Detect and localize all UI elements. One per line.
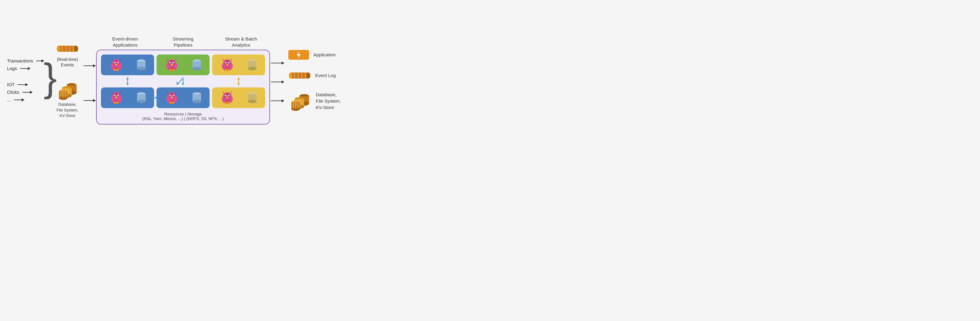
svg-point-34	[137, 67, 146, 70]
svg-marker-62	[126, 77, 129, 79]
arrow-to-app	[271, 63, 284, 63]
event-log-icon-left	[56, 42, 80, 55]
main-to-output-arrows	[270, 60, 285, 101]
cylinder-top-center	[191, 59, 202, 71]
arrow-right-logs	[20, 68, 30, 69]
svg-point-108	[225, 101, 227, 104]
svg-point-95	[169, 101, 172, 104]
flink-squirrel-3	[220, 57, 235, 73]
svg-point-112	[248, 100, 256, 103]
svg-point-60	[248, 67, 256, 70]
database-icon-right	[288, 91, 312, 111]
svg-point-99	[192, 100, 201, 103]
output-db-item: Database,File System,KV-Store	[288, 91, 341, 111]
cell-bottom-left-blue	[101, 87, 154, 108]
svg-point-77	[118, 96, 118, 96]
events-icon-group: (Real-time)Events	[56, 42, 80, 68]
svg-point-28	[118, 63, 118, 64]
svg-point-53	[226, 63, 226, 64]
inputs-section: Transactions Logs IOT Clicks ...	[7, 58, 44, 102]
svg-point-2	[75, 46, 78, 52]
svg-point-44	[172, 68, 174, 71]
source-icons-section: (Real-time)Events	[52, 42, 83, 119]
svg-point-54	[229, 63, 229, 64]
arrow-right-iot	[18, 84, 27, 85]
input-transactions: Transactions	[7, 58, 44, 63]
resources-label: Resources | Storage (K8s, Yarn, Mesos, .…	[101, 112, 265, 121]
app-icon	[288, 49, 310, 60]
diag-arrows-blue	[156, 77, 210, 85]
flink-squirrel-6	[220, 90, 235, 106]
svg-marker-67	[182, 83, 184, 85]
cell-top-center-green	[156, 55, 210, 75]
svg-point-30	[114, 68, 116, 71]
col-header-event-driven: Event-drivenApplications	[96, 36, 154, 48]
svg-point-43	[169, 68, 172, 71]
svg-marker-86	[156, 96, 158, 99]
svg-point-47	[192, 67, 201, 70]
horiz-dbl-arrow-left	[152, 95, 158, 100]
col-header-analytics: Stream & BatchAnalytics	[212, 36, 270, 48]
main-box-wrapper: Event-drivenApplications StreamingPipeli…	[96, 36, 270, 125]
svg-point-78	[115, 96, 118, 98]
events-label: (Real-time)Events	[57, 57, 78, 68]
svg-point-55	[226, 64, 229, 65]
arrow-to-eventlog	[271, 82, 284, 82]
column-headers: Event-drivenApplications StreamingPipeli…	[96, 36, 270, 48]
cylinder-bottom-right	[247, 92, 258, 104]
flink-squirrel-2	[164, 57, 180, 73]
svg-point-93	[173, 96, 174, 96]
svg-point-40	[170, 63, 171, 64]
arrow-events-to-main	[84, 65, 95, 66]
brace: }	[44, 58, 52, 97]
database-label-left: Database,File System,KV-Store	[56, 102, 78, 119]
input-clicks: Clicks	[7, 90, 44, 95]
cell-bottom-center-blue	[156, 87, 210, 108]
source-to-main-arrows	[83, 60, 96, 101]
database-icon-group: Database,File System,KV-Store	[55, 80, 80, 119]
svg-point-27	[115, 63, 115, 64]
top-row	[101, 55, 265, 75]
svg-point-83	[137, 100, 146, 103]
arrows-row	[101, 77, 265, 85]
svg-point-42	[170, 64, 173, 65]
svg-point-106	[229, 96, 229, 96]
cylinder-top-left	[136, 59, 147, 71]
svg-marker-70	[237, 83, 240, 85]
flink-squirrel-4	[108, 90, 124, 106]
svg-marker-85	[152, 96, 154, 99]
svg-point-1	[57, 46, 60, 52]
output-eventlog-item: Event Log	[288, 69, 341, 82]
main-flink-box: Resources | Storage (K8s, Yarn, Mesos, .…	[96, 50, 270, 125]
right-outputs: Application Event Log	[288, 49, 341, 111]
svg-marker-69	[237, 77, 240, 79]
svg-point-109	[227, 101, 230, 104]
svg-point-76	[115, 96, 115, 96]
bottom-row	[101, 87, 265, 108]
flink-squirrel-5	[164, 90, 180, 106]
database-label-right: Database,File System,KV-Store	[316, 92, 341, 111]
arrow-right-clicks	[22, 92, 32, 93]
event-log-label: Event Log	[315, 73, 336, 79]
svg-point-57	[227, 68, 230, 71]
arrow-to-db	[271, 101, 284, 101]
cell-top-right-yellow	[212, 55, 265, 75]
svg-point-92	[170, 96, 171, 96]
svg-point-117	[307, 73, 310, 79]
output-app-item: Application	[288, 49, 341, 60]
svg-point-107	[226, 96, 229, 98]
svg-point-94	[170, 96, 173, 98]
flink-squirrel-1	[108, 57, 124, 73]
svg-point-105	[226, 96, 226, 96]
svg-point-31	[116, 68, 119, 71]
arrow-right-transactions	[36, 61, 44, 61]
svg-point-56	[225, 68, 227, 71]
database-icon-left	[55, 80, 80, 101]
col-header-streaming: StreamingPipelines	[154, 36, 212, 48]
svg-point-96	[172, 101, 174, 104]
svg-point-79	[114, 101, 116, 104]
cylinder-bottom-left	[136, 92, 147, 104]
svg-point-29	[115, 64, 118, 65]
cylinder-bottom-center	[191, 92, 202, 104]
arrow-db-to-main	[84, 100, 95, 101]
